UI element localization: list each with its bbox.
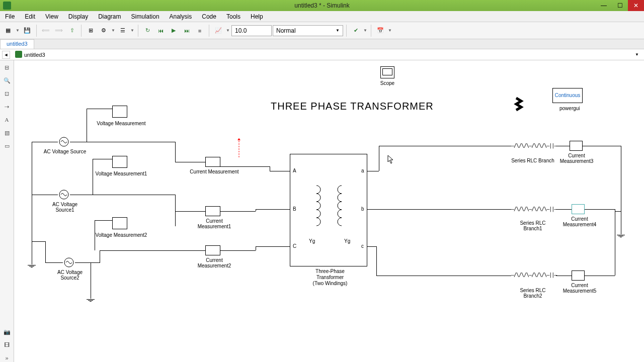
close-button[interactable]: ✕ xyxy=(628,0,644,11)
arrow-left-icon: ⟸ xyxy=(42,27,50,34)
rlc-0[interactable]: —/\/\/\—/\/\/\—||— xyxy=(511,143,556,148)
forward-button[interactable]: ⟹ xyxy=(53,25,65,37)
breadcrumb-label[interactable]: untitled3 xyxy=(24,52,45,58)
inspector-dropdown[interactable]: ▼ xyxy=(225,28,230,33)
terminator-icon[interactable] xyxy=(514,97,523,112)
xfmr-port-a: a xyxy=(361,168,364,173)
area-button[interactable]: ▭ xyxy=(2,141,12,151)
unconnected-signal[interactable] xyxy=(237,138,240,157)
ground-left[interactable] xyxy=(28,259,36,267)
vmeas-2[interactable] xyxy=(112,217,127,229)
cmeas-l-0-label: Current Measurement xyxy=(189,169,239,174)
menu-view[interactable]: View xyxy=(40,11,63,22)
data-inspector-button[interactable]: 📈 xyxy=(212,25,224,37)
ac-source-0[interactable] xyxy=(58,136,70,148)
menu-file[interactable]: File xyxy=(0,11,20,22)
ground-mid[interactable] xyxy=(87,294,95,302)
fast-restart-button[interactable]: ✔ xyxy=(350,25,362,37)
stop-time-input[interactable] xyxy=(231,25,272,36)
new-model-button[interactable]: ▦ xyxy=(2,25,14,37)
xfmr-yg-l: Yg xyxy=(309,238,315,244)
hammer-icon: ↻ xyxy=(145,27,150,34)
maximize-button[interactable]: ☐ xyxy=(612,0,628,11)
xfmr-label-3: (Two Windings) xyxy=(311,281,349,286)
back-button[interactable]: ⟸ xyxy=(40,25,52,37)
ground-right[interactable] xyxy=(617,229,625,237)
vmeas-0[interactable] xyxy=(112,106,127,118)
rlc-0-label: Series RLC Branch xyxy=(510,158,555,163)
cmeas-l-2[interactable] xyxy=(205,245,220,255)
cmeas-l-0[interactable] xyxy=(205,157,220,167)
menu-analysis[interactable]: Analysis xyxy=(165,11,197,22)
ac-source-1-label: AC Voltage Source1 xyxy=(42,202,88,213)
record-button[interactable]: 🎞 xyxy=(2,340,12,350)
xfmr-port-c: c xyxy=(361,243,364,249)
new-dropdown[interactable]: ▼ xyxy=(15,28,20,33)
menu-diagram[interactable]: Diagram xyxy=(93,11,126,22)
xfmr-yg-r: Yg xyxy=(344,238,350,244)
stop-button[interactable]: ■ xyxy=(194,25,206,37)
menu-display[interactable]: Display xyxy=(63,11,93,22)
nav-back-button[interactable]: ◄ xyxy=(2,51,10,59)
restart-dropdown[interactable]: ▼ xyxy=(363,28,368,33)
menu-tools[interactable]: Tools xyxy=(221,11,246,22)
annotate-button[interactable]: A xyxy=(2,115,12,125)
step-back-button[interactable]: ⏮ xyxy=(154,25,167,37)
schedule-button[interactable]: 📅 xyxy=(374,25,386,37)
cmeas-r-1[interactable] xyxy=(572,204,585,214)
screenshot-button[interactable]: 📷 xyxy=(2,327,12,337)
config-dropdown[interactable]: ▼ xyxy=(111,28,116,33)
menu-edit[interactable]: Edit xyxy=(20,11,40,22)
cmeas-r-2[interactable] xyxy=(572,270,585,281)
transformer-block[interactable] xyxy=(290,154,367,266)
explorer-dropdown[interactable]: ▼ xyxy=(130,28,135,33)
library-browser-button[interactable]: ⊞ xyxy=(85,25,97,37)
arrow-up-icon: ⇧ xyxy=(70,27,74,34)
signal-button[interactable]: ⇢ xyxy=(2,102,12,112)
step-forward-button[interactable]: ⏭ xyxy=(181,25,193,37)
vmeas-1[interactable] xyxy=(112,156,127,168)
chevron-down-icon: ▼ xyxy=(336,28,340,33)
menu-bar: File Edit View Display Diagram Simulatio… xyxy=(0,11,644,22)
model-canvas[interactable]: THREE PHASE TRANSFORMER Scope Continuous… xyxy=(14,60,644,362)
model-config-button[interactable]: ⚙ xyxy=(98,25,110,37)
save-button[interactable]: 💾 xyxy=(21,25,33,37)
breadcrumb-bar: ◄ untitled3 ▼ xyxy=(0,49,644,60)
menu-simulation[interactable]: Simulation xyxy=(126,11,165,22)
ac-source-2[interactable] xyxy=(63,256,75,268)
cmeas-l-1[interactable] xyxy=(205,206,220,216)
run-button[interactable]: ▶ xyxy=(168,25,180,37)
rlc-2[interactable]: —/\/\/\—/\/\/\—||— xyxy=(511,272,556,278)
up-button[interactable]: ⇧ xyxy=(66,25,78,37)
disk-icon: 💾 xyxy=(24,27,31,34)
list-icon: ☰ xyxy=(120,27,125,34)
model-explorer-button[interactable]: ☰ xyxy=(117,25,129,37)
expand-palette-button[interactable]: » xyxy=(2,353,12,362)
ac-source-1[interactable] xyxy=(58,189,70,201)
schedule-dropdown[interactable]: ▼ xyxy=(387,28,392,33)
xfmr-port-b: b xyxy=(361,206,364,212)
menu-code[interactable]: Code xyxy=(197,11,221,22)
chevron-down-icon[interactable]: ▼ xyxy=(635,52,639,57)
sim-mode-select[interactable]: Normal ▼ xyxy=(273,25,343,36)
rlc-2-label: Series RLC Branch2 xyxy=(510,288,555,299)
model-tab[interactable]: untitled3 xyxy=(0,39,34,49)
vmeas-2-label: Voltage Measurement2 xyxy=(94,232,149,238)
cmeas-r-0[interactable] xyxy=(570,141,583,151)
menu-help[interactable]: Help xyxy=(246,11,268,22)
palette-toolbar: ⊟ 🔍 ⊡ ⇢ A ▧ ▭ 📷 🎞 » xyxy=(0,60,14,362)
zoom-button[interactable]: 🔍 xyxy=(2,75,12,85)
minimize-button[interactable]: — xyxy=(596,0,612,11)
hide-browser-button[interactable]: ⊟ xyxy=(2,62,12,72)
powergui-block[interactable]: Continuous xyxy=(552,88,583,103)
diagram-title[interactable]: THREE PHASE TRANSFORMER xyxy=(271,101,434,112)
fit-button[interactable]: ⊡ xyxy=(2,88,12,99)
ac-source-0-label: AC Voltage Source xyxy=(42,149,88,154)
xfmr-port-C: C xyxy=(293,243,296,249)
window-title: untitled3 * - Simulink xyxy=(294,2,349,9)
image-button[interactable]: ▧ xyxy=(2,128,12,138)
rlc-1[interactable]: —/\/\/\—/\/\/\—||— xyxy=(511,206,556,212)
scope-block[interactable] xyxy=(380,66,394,78)
build-button[interactable]: ↻ xyxy=(141,25,153,37)
ac-source-2-label: AC Voltage Source2 xyxy=(47,269,93,281)
